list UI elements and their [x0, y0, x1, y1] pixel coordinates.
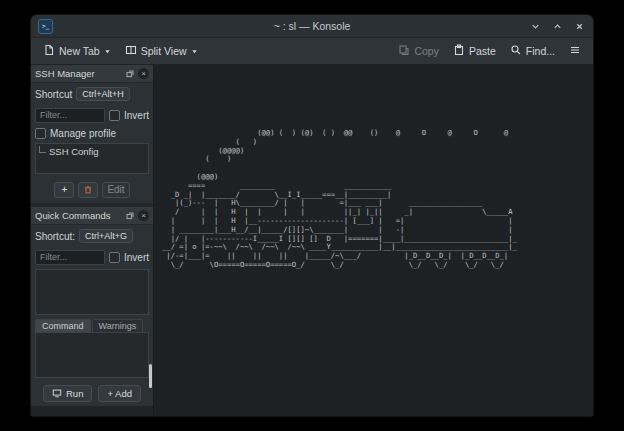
float-panel-icon[interactable] [125, 211, 135, 221]
ssh-shortcut-row: Shortcut Ctrl+Alt+H [31, 83, 153, 105]
split-view-dropdown-icon [191, 45, 198, 57]
hamburger-menu-icon [569, 44, 581, 58]
find-label: Find... [526, 45, 555, 57]
main-content: SSH Manager × Shortcut Ctrl+Alt+H Invert [31, 65, 593, 416]
manage-profile-label: Manage profile [50, 128, 116, 139]
quick-commands-panel: Quick Commands × Shortcut: Ctrl+Alt+G In… [31, 207, 153, 406]
ssh-manager-header: SSH Manager × [31, 65, 153, 83]
new-tab-icon [43, 44, 55, 58]
new-tab-dropdown-icon [104, 45, 111, 57]
ssh-invert-label: Invert [124, 110, 149, 121]
edit-ssh-button[interactable]: Edit [102, 182, 129, 198]
qc-shortcut-button[interactable]: Ctrl+Alt+G [79, 229, 133, 243]
ssh-filter-row: Invert [31, 105, 153, 125]
ssh-shortcut-label: Shortcut [35, 89, 72, 100]
tree-item-ssh-config[interactable]: SSH Config [39, 146, 145, 157]
terminal-output-sl-train: (@@) ( ) (@) ( ) @@ () @ O @ O @ ( ) (@@… [154, 65, 593, 270]
manage-profile-row: Manage profile [31, 125, 153, 141]
konsole-window: >_ ~ : sl — Konsole New Tab [30, 14, 594, 417]
window-controls [528, 19, 586, 33]
ssh-invert-checkbox[interactable] [109, 110, 120, 121]
maximize-icon[interactable] [550, 19, 564, 33]
run-icon [52, 388, 62, 398]
paste-icon [453, 44, 465, 58]
tab-command[interactable]: Command [35, 319, 91, 332]
close-panel-icon[interactable]: × [138, 68, 149, 79]
qc-shortcut-row: Shortcut: Ctrl+Alt+G [31, 225, 153, 247]
search-icon [510, 44, 522, 58]
manage-profile-checkbox[interactable] [35, 128, 46, 139]
hamburger-menu-button[interactable] [563, 41, 587, 61]
delete-ssh-button[interactable] [78, 182, 98, 198]
qc-filter-input[interactable] [35, 250, 105, 265]
split-view-label: Split View [141, 45, 187, 57]
close-panel-icon[interactable]: × [138, 210, 149, 221]
titlebar: >_ ~ : sl — Konsole [31, 15, 593, 38]
ssh-actions-row: + Edit [31, 176, 153, 203]
qc-tabs: Command Warnings [31, 317, 153, 332]
qc-actions-row: Run + Add [31, 380, 153, 406]
ssh-shortcut-button[interactable]: Ctrl+Alt+H [76, 87, 130, 101]
qc-shortcut-label: Shortcut: [35, 231, 75, 242]
paste-label: Paste [469, 45, 496, 57]
ssh-filter-input[interactable] [35, 108, 105, 123]
tree-item-label: SSH Config [49, 146, 99, 157]
copy-button[interactable]: Copy [392, 41, 445, 61]
ssh-config-tree: SSH Config [35, 143, 149, 174]
float-panel-icon[interactable] [125, 69, 135, 79]
add-ssh-button[interactable]: + [54, 182, 74, 198]
qc-command-editor[interactable] [35, 332, 149, 378]
konsole-app-icon: >_ [38, 19, 53, 34]
split-view-button[interactable]: Split View [119, 41, 204, 61]
qc-invert-checkbox[interactable] [109, 252, 120, 263]
run-label: Run [66, 388, 83, 399]
sidebar-scrollbar[interactable] [149, 364, 152, 388]
qc-invert-label: Invert [124, 252, 149, 263]
ssh-manager-title: SSH Manager [35, 68, 122, 79]
copy-label: Copy [414, 45, 439, 57]
qc-filter-row: Invert [31, 247, 153, 267]
minimize-icon[interactable] [528, 19, 542, 33]
tree-branch-icon [39, 146, 46, 153]
sidebar: SSH Manager × Shortcut Ctrl+Alt+H Invert [31, 65, 154, 416]
close-icon[interactable] [572, 19, 586, 33]
ssh-manager-panel: SSH Manager × Shortcut Ctrl+Alt+H Invert [31, 65, 153, 203]
split-view-icon [125, 44, 137, 58]
tab-warnings[interactable]: Warnings [92, 319, 144, 332]
window-title: ~ : sl — Konsole [31, 20, 593, 32]
toolbar: New Tab Split View Copy Paste [31, 38, 593, 65]
copy-icon [398, 44, 410, 58]
new-tab-button[interactable]: New Tab [37, 41, 117, 61]
add-command-button[interactable]: + Add [98, 385, 141, 402]
quick-commands-title: Quick Commands [35, 210, 122, 221]
terminal-area[interactable]: (@@) ( ) (@) ( ) @@ () @ O @ O @ ( ) (@@… [154, 65, 593, 416]
find-button[interactable]: Find... [504, 41, 561, 61]
new-tab-label: New Tab [59, 45, 100, 57]
paste-button[interactable]: Paste [447, 41, 502, 61]
sidebar-filler [31, 406, 153, 416]
qc-command-list[interactable] [35, 269, 149, 315]
run-button[interactable]: Run [43, 385, 92, 402]
quick-commands-header: Quick Commands × [31, 207, 153, 225]
